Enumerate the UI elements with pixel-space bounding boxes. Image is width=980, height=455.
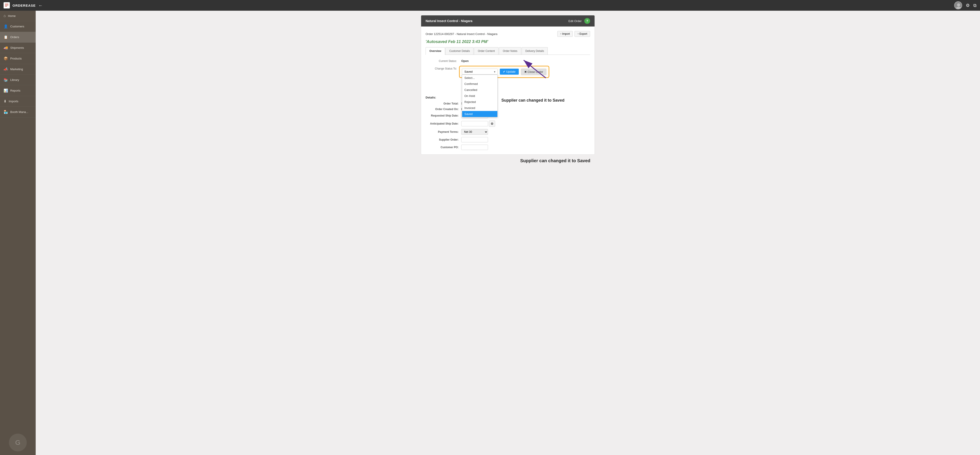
supplier-order-input[interactable] [461, 137, 488, 143]
supplier-order-row: Supplier Order: [426, 137, 515, 143]
tab-delivery-details[interactable]: Delivery Details [522, 47, 548, 55]
sidebar-item-booth[interactable]: 🏪 Booth Mana... [0, 107, 36, 117]
home-icon: ⌂ [3, 14, 6, 18]
topbar-right: ⚙ ⧉ [954, 2, 977, 10]
status-option-invoiced[interactable]: Invoiced [462, 105, 497, 111]
shipments-icon: 🚚 [3, 46, 8, 50]
annotation-text-below: Supplier can changed it to Saved [520, 158, 590, 163]
sidebar-item-label: Imports [9, 100, 18, 103]
current-status-value: Open [461, 59, 469, 63]
details-section: Details: Order Total: $56.40 Order Creat… [426, 96, 590, 150]
status-option-on-hold[interactable]: On Hold [462, 93, 497, 99]
order-title-text: Order 122514-000297 - Natural Insect Con… [426, 32, 497, 36]
window-icon[interactable]: ⧉ [973, 3, 977, 8]
supplier-order-label: Supplier Order: [426, 138, 461, 141]
page-card-header: Natural Insect Control - Niagara Edit Or… [421, 15, 595, 27]
sidebar-item-label: Library [10, 78, 19, 82]
action-buttons: ↑ Import ↑ Export [557, 31, 590, 37]
sidebar-item-reports[interactable]: 📊 Reports [0, 86, 36, 96]
annotation-arrow-svg [510, 58, 555, 80]
imports-icon: ⬇ [3, 99, 6, 103]
sidebar-item-label: Products [10, 57, 22, 60]
sidebar-item-label: Orders [10, 35, 19, 39]
anticipated-ship-input[interactable] [461, 121, 488, 126]
customer-po-label: Customer PO: [426, 146, 461, 149]
back-button[interactable]: ← [38, 3, 43, 8]
reports-icon: 📊 [3, 89, 8, 93]
sidebar-item-orders[interactable]: 📋 Orders [0, 32, 36, 43]
topbar: ORDEREASE ← ⚙ ⧉ [0, 0, 980, 11]
tab-customer-details[interactable]: Customer Details [445, 47, 474, 55]
orders-icon: 📋 [3, 35, 8, 39]
main-layout: ⌂ Home 👤 Customers 📋 Orders 🚚 Shipments … [0, 11, 980, 455]
booth-icon: 🏪 [3, 110, 8, 114]
sidebar-item-label: Shipments [10, 46, 24, 49]
status-dropdown-menu: Select... Confirmed Cancelled On Hold Re… [462, 75, 498, 117]
autosaved-label: 'Autosaved Feb 11 2022 3:43 PM' [426, 40, 590, 44]
page-card: Natural Insect Control - Niagara Edit Or… [421, 15, 595, 155]
tab-overview[interactable]: Overview [426, 47, 445, 55]
library-icon: 📚 [3, 78, 8, 82]
sidebar-item-marketing[interactable]: 📣 Marketing [0, 64, 36, 75]
content-area: Natural Insect Control - Niagara Edit Or… [36, 11, 980, 455]
status-option-rejected[interactable]: Rejected [462, 99, 497, 105]
topbar-left: ORDEREASE ← [3, 2, 43, 8]
current-status-label: Current Status: [426, 60, 457, 63]
sidebar-item-label: Booth Mana... [10, 110, 28, 114]
status-option-select[interactable]: Select... [462, 75, 497, 81]
sidebar-item-label: Home [8, 14, 16, 17]
svg-point-3 [957, 3, 960, 6]
avatar[interactable] [954, 2, 962, 10]
svg-point-4 [956, 7, 961, 10]
sidebar-item-label: Customers [10, 25, 24, 28]
sidebar-logo-bg: G [9, 434, 27, 452]
status-select-display[interactable]: Saved [462, 69, 498, 75]
sidebar-item-home[interactable]: ⌂ Home [0, 11, 36, 21]
page-header-title: Natural Insect Control - Niagara [426, 19, 473, 23]
customers-icon: 👤 [3, 24, 8, 29]
export-button[interactable]: ↑ Export [574, 31, 590, 37]
tabs: Overview Customer Details Order Content … [426, 47, 590, 55]
status-dropdown-wrapper: Saved ▼ Select... Confirmed Cancelled On… [462, 69, 498, 75]
customer-po-input[interactable] [461, 144, 488, 150]
sidebar-item-customers[interactable]: 👤 Customers [0, 21, 36, 32]
sidebar-item-products[interactable]: 📦 Products [0, 53, 36, 64]
marketing-icon: 📣 [3, 67, 8, 71]
sidebar-item-shipments[interactable]: 🚚 Shipments [0, 43, 36, 53]
payment-terms-row: Payment Terms: Net 30 [426, 129, 515, 135]
edit-order-label: Edit Order [568, 19, 582, 23]
svg-rect-1 [5, 5, 8, 5]
app-logo: ORDEREASE [13, 3, 36, 7]
order-title-bar: Order 122514-000297 - Natural Insect Con… [426, 31, 590, 37]
calendar-icon[interactable]: ⚙ [489, 120, 495, 127]
page-card-body: Order 122514-000297 - Natural Insect Con… [421, 27, 595, 154]
status-option-confirmed[interactable]: Confirmed [462, 81, 497, 87]
anticipated-ship-row: Anticipated Ship Date: ⚙ [426, 120, 515, 127]
status-option-saved[interactable]: Saved [462, 111, 497, 117]
payment-terms-label: Payment Terms: [426, 130, 461, 133]
tab-order-notes[interactable]: Order Notes [499, 47, 521, 55]
tab-order-content[interactable]: Order Content [474, 47, 498, 55]
sidebar-logo-watermark: G [15, 439, 20, 446]
svg-rect-2 [5, 6, 7, 6]
sidebar-bottom: G [0, 430, 36, 455]
payment-terms-select[interactable]: Net 30 [461, 129, 488, 135]
svg-rect-0 [5, 4, 8, 4]
sidebar: ⌂ Home 👤 Customers 📋 Orders 🚚 Shipments … [0, 11, 36, 455]
sidebar-item-label: Reports [10, 89, 21, 92]
order-created-label: Order Created On: [426, 108, 461, 111]
settings-icon[interactable]: ⚙ [966, 3, 970, 8]
supplier-annotation-text: Supplier can changed it to Saved [501, 98, 573, 103]
page-card-header-right: Edit Order ? [568, 18, 590, 24]
help-button[interactable]: ? [584, 18, 590, 24]
import-button[interactable]: ↑ Import [557, 31, 573, 37]
sidebar-item-imports[interactable]: ⬇ Imports [0, 96, 36, 107]
sidebar-item-library[interactable]: 📚 Library [0, 75, 36, 86]
change-status-label: Change Status To: [426, 66, 457, 70]
status-option-cancelled[interactable]: Cancelled [462, 87, 497, 93]
customer-po-row: Customer PO: [426, 144, 515, 150]
anticipated-ship-input-group: ⚙ [461, 120, 495, 127]
logo-icon [3, 2, 10, 8]
change-status-row: Change Status To: Saved ▼ Select... Conf… [426, 66, 590, 78]
products-icon: 📦 [3, 56, 8, 60]
